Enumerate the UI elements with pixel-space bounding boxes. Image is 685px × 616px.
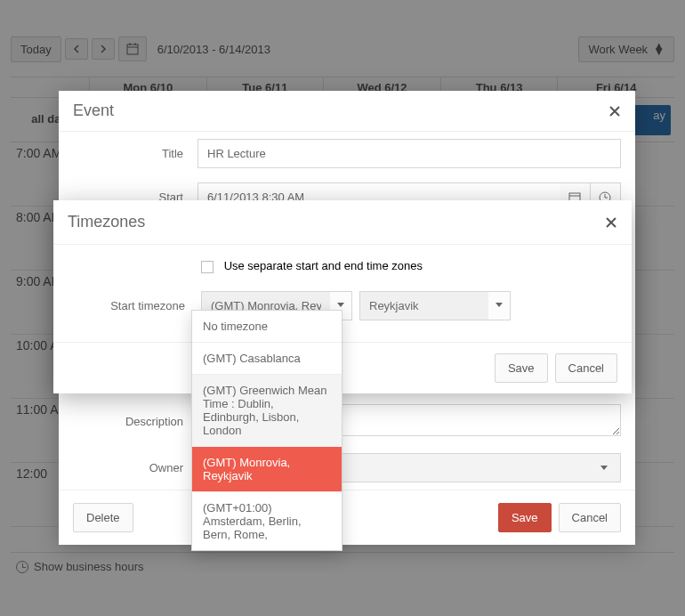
timezone-option[interactable]: No timezone bbox=[192, 311, 342, 342]
title-input[interactable] bbox=[197, 139, 621, 168]
event-modal-title: Event bbox=[73, 101, 608, 120]
chevron-down-icon bbox=[495, 302, 504, 309]
timezones-close[interactable] bbox=[605, 216, 617, 229]
tz-save-button[interactable]: Save bbox=[495, 353, 548, 383]
timezone-option[interactable]: (GMT) Greenwich Mean Time : Dublin, Edin… bbox=[192, 374, 342, 446]
close-icon bbox=[608, 105, 621, 118]
event-cancel-button[interactable]: Cancel bbox=[559, 503, 621, 532]
chevron-down-icon bbox=[336, 302, 345, 309]
owner-select-caret[interactable] bbox=[588, 453, 621, 482]
description-label: Description bbox=[73, 415, 197, 428]
timezone-option[interactable]: (GMT+01:00) Amsterdam, Berlin, Bern, Rom… bbox=[192, 491, 342, 550]
close-icon bbox=[605, 216, 617, 229]
tz-cancel-button[interactable]: Cancel bbox=[555, 353, 617, 383]
event-save-button[interactable]: Save bbox=[498, 503, 552, 532]
timezone-option[interactable]: (GMT) Casablanca bbox=[192, 342, 342, 374]
start-timezone-dropdown-list: No timezone (GMT) Casablanca (GMT) Green… bbox=[191, 310, 342, 551]
start-timezone-label: Start timezone bbox=[68, 299, 201, 312]
separate-timezones-checkbox[interactable] bbox=[201, 261, 214, 273]
timezone-city-caret[interactable] bbox=[488, 291, 511, 320]
timezones-title: Timezones bbox=[68, 213, 605, 231]
timezone-option-selected[interactable]: (GMT) Monrovia, Reykjavik bbox=[192, 446, 342, 491]
event-modal-close[interactable] bbox=[608, 105, 621, 118]
timezone-city-value bbox=[359, 291, 488, 320]
title-label: Title bbox=[73, 147, 197, 160]
timezone-city-select[interactable] bbox=[359, 291, 511, 320]
separate-timezones-label: Use separate start and end time zones bbox=[224, 259, 423, 272]
timezones-modal: Timezones Use separate start and end tim… bbox=[53, 200, 632, 393]
owner-label: Owner bbox=[73, 461, 197, 474]
delete-button[interactable]: Delete bbox=[73, 503, 133, 532]
chevron-down-icon bbox=[600, 465, 608, 472]
